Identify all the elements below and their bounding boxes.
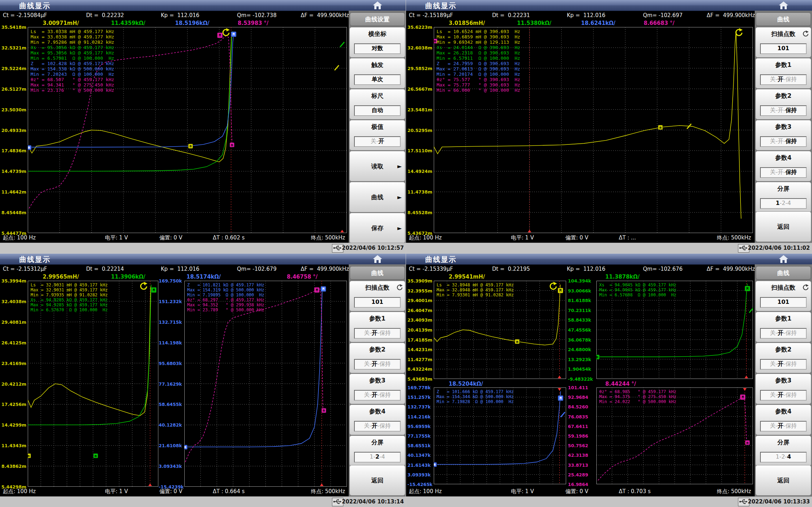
menu-item-3[interactable]: 参数3关-开-保持 bbox=[755, 374, 811, 404]
annotation-line: Min = 24.022 ° @ 500.000 kHz bbox=[599, 399, 676, 404]
value-segment: 开 bbox=[372, 422, 378, 429]
annotation-line: Max = 95.3056 kΩ @ 459.177 kHz bbox=[31, 50, 114, 56]
annotation-line: θz° = 68.297 ° @ 459.177 kHz bbox=[187, 297, 264, 302]
value-segment: 关 bbox=[770, 360, 776, 367]
curve-display-quadrant: 曲线显示 Ct = -2.15339μF Dt = 0.22195 Kp = 1… bbox=[406, 254, 812, 507]
menu-item-4[interactable]: 读取► bbox=[349, 151, 405, 181]
y-axis-label: 14.4739m bbox=[1, 169, 26, 174]
home-icon[interactable] bbox=[372, 254, 383, 264]
menu-item-label: 参数4 bbox=[756, 154, 811, 162]
menu-item-1[interactable]: 参数1关-开-保持 bbox=[349, 312, 405, 342]
menu-item-back[interactable]: 返回 bbox=[349, 465, 405, 496]
annotation-line: Min = 23.176 ° @ 500.000 kHz bbox=[31, 88, 114, 93]
value-segment: 4 bbox=[381, 453, 385, 460]
y-axis-label: 25.4289 bbox=[568, 472, 588, 477]
y-axis-label: 58.6551k bbox=[407, 443, 431, 448]
marker-slash-g[interactable] bbox=[340, 42, 344, 47]
menu-item-0[interactable]: 扫描点数101 bbox=[349, 281, 405, 311]
sweep-bias: 偏置: 0 V bbox=[159, 488, 182, 495]
annotation-line: Max = 154.344 kΩ @ 500.000 kHz bbox=[437, 394, 514, 399]
menu-item-2[interactable]: 参数2关-开-保持 bbox=[755, 343, 811, 373]
y-axis-label: 47.4556k bbox=[568, 327, 591, 333]
annotation-line: Max = 32.8948 mH @ 459.177 kHz bbox=[437, 287, 514, 292]
y-axis-label: 35.3994m bbox=[1, 278, 26, 284]
value-segment: 关 bbox=[770, 391, 776, 398]
marker-slash-y[interactable] bbox=[334, 65, 339, 70]
y-axis-label: 26.5667m bbox=[407, 86, 432, 92]
y-axis-label: 104.394k bbox=[568, 278, 591, 284]
menu-item-3[interactable]: 参数3关-开-保持 bbox=[755, 120, 811, 150]
sweep-rotate-icon bbox=[223, 28, 230, 36]
annotation-line: Ls = 32.9031 mH @ 459.177 kHz bbox=[31, 282, 108, 287]
menu-item-value: 关-开-保持 bbox=[760, 359, 807, 370]
sweep-position-triangle bbox=[743, 388, 747, 391]
annotation-line: Xs = 94.9045 kΩ @ 459.177 kHz bbox=[599, 282, 676, 287]
marker-annotation-block: Z = 101.821 kΩ @ 459.177 kHzMax = 154.31… bbox=[187, 282, 264, 312]
menu-item-3[interactable]: 极值关-开 bbox=[349, 120, 405, 150]
menu-item-label: 参数2 bbox=[756, 345, 811, 354]
marker-slash-b[interactable] bbox=[561, 412, 565, 417]
menu-item-4[interactable]: 参数4关-开-保持 bbox=[349, 405, 405, 435]
menu-item-1[interactable]: 参数1关-开-保持 bbox=[755, 312, 811, 342]
annotation-line: Min = 23.789 ° @ 500.000 kHz bbox=[187, 307, 264, 312]
menu-item-5[interactable]: 分屏1-2-4 bbox=[755, 182, 811, 212]
menu-panel: 曲线 扫描点数101参数1关-开-保持参数2关-开-保持参数3关-开-保持参数4… bbox=[755, 11, 812, 243]
menu-item-4[interactable]: 参数4关-开-保持 bbox=[755, 405, 811, 435]
chart-area: 2.99565mH/11.3906kΩ/18.5174kΩ/8.46758 °/… bbox=[0, 254, 349, 496]
menu-item-label: 分屏 bbox=[756, 438, 811, 447]
annotation-line: Max = 94.9045 kΩ @ 459.177 kHz bbox=[599, 287, 676, 292]
menu-item-3[interactable]: 参数3关-开-保持 bbox=[349, 374, 405, 404]
trace-scale-label: 11.3906kΩ/ bbox=[111, 274, 146, 280]
marker-letter: m bbox=[184, 445, 186, 449]
value-segment: 保持 bbox=[785, 391, 797, 398]
menu-item-5[interactable]: 曲线► bbox=[349, 182, 405, 212]
y-axis-label: 95.6959k bbox=[407, 424, 431, 429]
trace-scale-label: 8.53983 °/ bbox=[238, 20, 269, 26]
menu-panel: 曲线设置 横坐标对数触发单次标尺自动极值关-开读取►曲线►保存► bbox=[349, 11, 406, 243]
marker-letter: M bbox=[233, 32, 235, 36]
menu-item-1[interactable]: 参数1关-开-保持 bbox=[755, 58, 811, 89]
value-segment: 开 bbox=[372, 329, 378, 336]
value-segment: 开 bbox=[778, 391, 784, 398]
y-axis-label: 42.3138 bbox=[568, 453, 588, 458]
annotation-line: Z = 101.666 kΩ @ 459.177 kHz bbox=[437, 389, 514, 394]
menu-item-5[interactable]: 分屏1-2-4 bbox=[755, 435, 811, 466]
home-icon[interactable] bbox=[778, 254, 789, 264]
sweep-bias: 偏置: 0 V bbox=[565, 488, 588, 495]
menu-item-5[interactable]: 分屏1-2-4 bbox=[349, 435, 405, 466]
menu-item-2[interactable]: 参数2关-开-保持 bbox=[349, 343, 405, 373]
home-icon[interactable] bbox=[372, 1, 383, 10]
menu-item-back[interactable]: 返回 bbox=[755, 465, 811, 496]
menu-item-back[interactable]: 返回 bbox=[755, 211, 811, 242]
home-icon[interactable] bbox=[778, 1, 789, 10]
menu-item-1[interactable]: 触发单次 bbox=[349, 58, 405, 89]
y-axis-label: 21.6143k bbox=[407, 463, 431, 468]
sweep-rotate-icon bbox=[141, 282, 147, 289]
y-axis-label: 40.1347k bbox=[407, 453, 431, 458]
y-axis-label: 77.1755k bbox=[407, 433, 431, 439]
menu-item-0[interactable]: 横坐标对数 bbox=[349, 27, 405, 58]
value-segment: 对数 bbox=[372, 45, 383, 52]
y-axis-label: 21.6108k bbox=[159, 443, 182, 448]
y-axis-label: 24.6800k bbox=[568, 347, 591, 352]
y-axis-label: 50.7562 bbox=[568, 443, 588, 448]
menu-item-label: 极值 bbox=[350, 123, 405, 131]
value-segment: 保持 bbox=[379, 329, 391, 336]
menu-item-0[interactable]: 扫描点数101 bbox=[755, 27, 811, 58]
menu-item-0[interactable]: 扫描点数101 bbox=[755, 281, 811, 311]
y-axis-label: 84.5260 bbox=[568, 404, 588, 410]
menu-item-label: 分屏 bbox=[756, 185, 811, 193]
menu-header: 曲线设置 bbox=[350, 12, 405, 26]
menu-item-4[interactable]: 参数4关-开-保持 bbox=[755, 151, 811, 181]
marker-letter: m bbox=[516, 340, 518, 344]
y-axis-label: 36.0678k bbox=[568, 337, 591, 343]
marker-letter: m bbox=[434, 39, 436, 43]
marker-letter: m bbox=[189, 144, 191, 148]
sweep-bias: 偏置: 0 V bbox=[565, 234, 588, 241]
menu-item-6[interactable]: 保存► bbox=[349, 213, 405, 243]
menu-item-value: 关-开-保持 bbox=[760, 136, 807, 147]
menu-item-2[interactable]: 标尺自动 bbox=[349, 89, 405, 120]
y-axis-label: 17.4185m bbox=[407, 337, 432, 343]
menu-item-2[interactable]: 参数2关-开-保持 bbox=[755, 89, 811, 120]
marker-annotation-block: Ls = 10.6524 mH @ 390.693 HzMax = 10.685… bbox=[437, 29, 520, 93]
